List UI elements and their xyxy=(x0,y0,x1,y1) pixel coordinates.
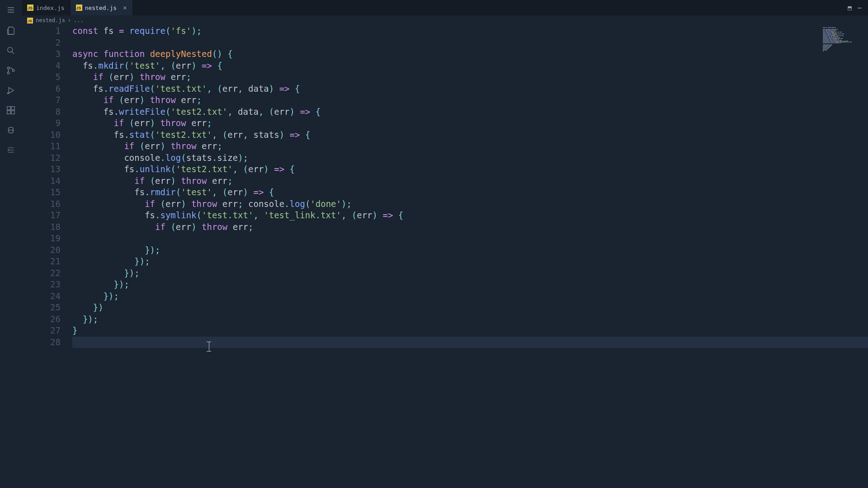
svg-point-4 xyxy=(7,93,9,94)
svg-rect-6 xyxy=(11,107,14,110)
code-line[interactable]: } xyxy=(72,325,868,337)
code-line[interactable]: console.log(stats.size); xyxy=(72,152,868,164)
code-line[interactable]: fs.stat('test2.txt', (err, stats) => { xyxy=(72,129,868,141)
code-line[interactable]: fs.mkdir('test', (err) => { xyxy=(72,60,868,72)
svg-point-2 xyxy=(7,72,9,74)
extensions-icon[interactable] xyxy=(0,101,22,119)
code-line[interactable]: async function deeplyNested() { xyxy=(72,48,868,60)
code-line[interactable] xyxy=(72,233,868,244)
code-line[interactable]: }); xyxy=(72,267,868,279)
code-line[interactable]: if (err) throw err; xyxy=(72,117,868,129)
code-line[interactable]: if (err) throw err; xyxy=(72,71,868,83)
copilot-icon[interactable] xyxy=(0,121,22,139)
editor-layout-icon[interactable]: ⬒ xyxy=(848,4,851,11)
indent-icon[interactable] xyxy=(0,141,22,159)
tab-index-js[interactable]: JSindex.js xyxy=(22,0,71,15)
code-line[interactable]: if (err) throw err; xyxy=(72,175,868,187)
code-line[interactable]: if (err) throw err; xyxy=(72,141,868,152)
code-line[interactable]: fs.symlink('test.txt', 'test_link.txt', … xyxy=(72,210,868,221)
svg-point-0 xyxy=(7,47,12,52)
js-file-icon: JS xyxy=(76,5,82,11)
code-line[interactable]: }) xyxy=(72,302,868,314)
main: JSindex.jsJSnested.js× ⬒ ⋯ JS nested.js … xyxy=(22,0,868,488)
code-line[interactable]: fs.readFile('test.txt', (err, data) => { xyxy=(72,83,868,95)
more-icon[interactable]: ⋯ xyxy=(858,4,862,11)
code-line[interactable]: fs.unlink('test2.txt', (err) => { xyxy=(72,164,868,175)
svg-point-9 xyxy=(9,130,10,131)
code-area[interactable]: const fs = require('fs');async function … xyxy=(72,25,868,348)
code-line[interactable]: fs.writeFile('test2.txt', data, (err) =>… xyxy=(72,106,868,118)
svg-point-10 xyxy=(11,130,12,131)
minimap[interactable] xyxy=(823,27,863,47)
svg-rect-7 xyxy=(7,111,10,114)
code-line[interactable]: }); xyxy=(72,256,868,267)
code-line[interactable]: if (err) throw err; console.log('done'); xyxy=(72,198,868,210)
breadcrumb-file: nested.js xyxy=(36,17,65,23)
close-icon[interactable]: × xyxy=(123,4,127,11)
code-line[interactable]: }); xyxy=(72,314,868,325)
code-line[interactable]: }); xyxy=(72,291,868,302)
editor[interactable]: 1234567891011121314151617181920212223242… xyxy=(22,25,868,488)
breadcrumb[interactable]: JS nested.js › ... xyxy=(22,15,868,25)
svg-rect-8 xyxy=(11,111,14,114)
tab-label: nested.js xyxy=(85,5,117,11)
code-line[interactable]: const fs = require('fs'); xyxy=(72,25,868,37)
tab-label: index.js xyxy=(36,5,65,11)
line-number-gutter: 1234567891011121314151617181920212223242… xyxy=(22,25,72,348)
tab-nested-js[interactable]: JSnested.js× xyxy=(71,0,133,15)
source-control-icon[interactable] xyxy=(0,61,22,80)
activity-bar xyxy=(0,0,22,488)
js-file-icon: JS xyxy=(27,18,33,23)
code-line[interactable]: if (err) throw err; xyxy=(72,221,868,233)
breadcrumb-trail: ... xyxy=(74,17,84,23)
search-icon[interactable] xyxy=(0,42,22,60)
code-line[interactable] xyxy=(72,37,868,49)
svg-point-3 xyxy=(12,70,14,72)
run-debug-icon[interactable] xyxy=(0,81,22,99)
js-file-icon: JS xyxy=(27,5,33,11)
code-line[interactable]: }); xyxy=(72,244,868,256)
code-line[interactable]: if (err) throw err; xyxy=(72,94,868,106)
hamburger-icon[interactable] xyxy=(5,5,16,15)
chevron-right-icon: › xyxy=(68,17,71,23)
tab-bar: JSindex.jsJSnested.js× ⬒ ⋯ xyxy=(22,0,868,15)
code-line[interactable] xyxy=(72,337,868,348)
svg-rect-5 xyxy=(7,107,10,110)
code-line[interactable]: fs.rmdir('test', (err) => { xyxy=(72,187,868,198)
explorer-icon[interactable] xyxy=(0,22,22,40)
svg-point-1 xyxy=(7,67,9,69)
code-line[interactable]: }); xyxy=(72,279,868,291)
